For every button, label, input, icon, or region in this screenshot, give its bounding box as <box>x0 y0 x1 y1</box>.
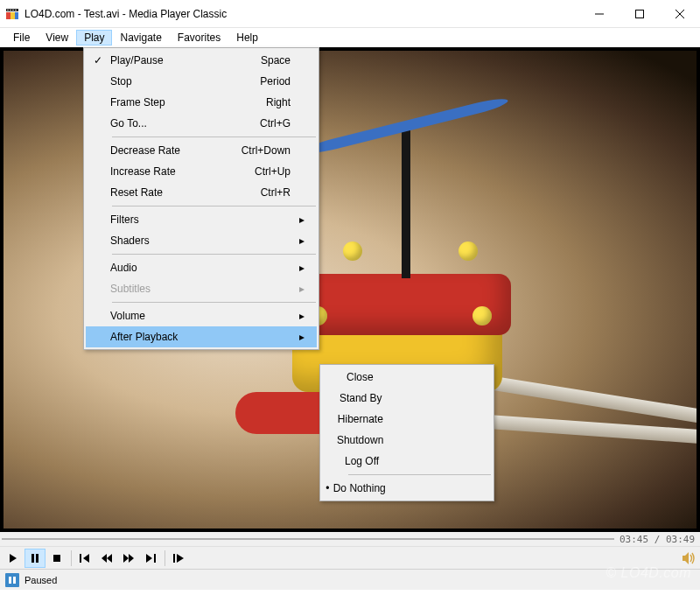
menu-label: Go To... <box>110 117 229 130</box>
pause-button[interactable] <box>24 549 46 568</box>
svg-marker-21 <box>123 554 129 563</box>
menu-label: Shaders <box>110 234 229 247</box>
status-text: Paused <box>24 575 57 585</box>
svg-rect-24 <box>154 554 156 563</box>
menu-play[interactable]: Play <box>76 30 112 46</box>
svg-rect-29 <box>13 577 16 584</box>
play-menu-dropdown: ✓Play/PauseSpaceStopPeriodFrame StepRigh… <box>83 47 319 350</box>
menu-label: Audio <box>110 262 229 274</box>
menu-shortcut: Period <box>229 75 290 88</box>
play-menu-stop[interactable]: StopPeriod <box>86 71 317 92</box>
after-menu-do-nothing[interactable]: •Do Nothing <box>322 478 492 499</box>
svg-point-5 <box>15 9 17 10</box>
menu-separator <box>112 206 316 206</box>
step-button[interactable] <box>168 549 189 568</box>
menu-label: Close <box>346 371 404 383</box>
play-menu-go-to[interactable]: Go To...Ctrl+G <box>86 113 317 134</box>
divider <box>164 550 165 566</box>
menu-favorites[interactable]: Favorites <box>170 30 228 46</box>
check-icon: ✓ <box>86 54 110 66</box>
menu-shortcut: Space <box>229 54 290 66</box>
maximize-button[interactable] <box>620 0 660 28</box>
play-menu-subtitles: Subtitles▸ <box>86 278 317 299</box>
menu-help[interactable]: Help <box>228 30 266 46</box>
svg-rect-7 <box>10 12 15 19</box>
menu-label: Decrease Rate <box>110 144 229 157</box>
menu-label: Filters <box>110 214 229 226</box>
svg-marker-20 <box>107 554 112 563</box>
statusbar: Paused <box>0 569 700 590</box>
svg-marker-23 <box>146 554 152 563</box>
menu-label: Subtitles <box>110 283 229 295</box>
submenu-arrow-icon: ▸ <box>290 234 304 247</box>
svg-point-2 <box>7 9 9 10</box>
seek-row: 03:45 / 03:49 <box>0 532 700 546</box>
video-detail <box>343 242 362 261</box>
svg-marker-18 <box>83 554 89 563</box>
after-menu-close[interactable]: Close <box>322 367 492 388</box>
svg-point-3 <box>10 9 11 10</box>
menu-separator <box>348 474 491 475</box>
forward-button[interactable] <box>118 549 139 568</box>
svg-point-4 <box>12 9 14 10</box>
svg-rect-16 <box>53 555 60 562</box>
play-menu-audio[interactable]: Audio▸ <box>86 257 317 278</box>
menu-shortcut: Ctrl+G <box>229 117 290 130</box>
play-menu-shaders[interactable]: Shaders▸ <box>86 230 317 251</box>
svg-marker-19 <box>102 554 107 563</box>
volume-icon[interactable] <box>682 550 697 566</box>
menu-separator <box>112 136 316 137</box>
after-menu-shutdown[interactable]: Shutdown <box>322 430 492 451</box>
play-menu-frame-step[interactable]: Frame StepRight <box>86 92 317 113</box>
play-button[interactable] <box>3 549 24 568</box>
menu-label: Shutdown <box>337 434 410 446</box>
menu-separator <box>112 254 316 255</box>
menu-label: Stop <box>110 75 229 88</box>
play-menu-volume[interactable]: Volume▸ <box>86 305 317 326</box>
video-detail <box>402 130 410 278</box>
video-detail <box>472 306 492 326</box>
menu-label: Volume <box>110 310 229 322</box>
play-menu-filters[interactable]: Filters▸ <box>86 209 317 230</box>
menu-navigate[interactable]: Navigate <box>112 30 169 46</box>
seek-bar[interactable] <box>2 538 614 540</box>
menu-view[interactable]: View <box>38 30 76 46</box>
svg-rect-28 <box>9 577 11 584</box>
bullet-icon: • <box>322 482 333 494</box>
after-menu-log-off[interactable]: Log Off <box>322 451 492 472</box>
submenu-arrow-icon: ▸ <box>290 214 304 226</box>
menubar: FileViewPlayNavigateFavoritesHelp <box>0 28 700 47</box>
svg-rect-10 <box>636 10 644 18</box>
stop-button[interactable] <box>46 549 67 568</box>
play-menu-play-pause[interactable]: ✓Play/PauseSpace <box>86 50 317 71</box>
app-icon <box>5 7 19 21</box>
close-button[interactable] <box>660 0 700 28</box>
after-menu-stand-by[interactable]: Stand By <box>322 388 492 409</box>
menu-label: Stand By <box>340 392 409 404</box>
menu-label: Hibernate <box>338 413 410 425</box>
menu-shortcut: Ctrl+R <box>229 186 290 199</box>
menu-file[interactable]: File <box>5 30 38 46</box>
play-menu-reset-rate[interactable]: Reset RateCtrl+R <box>86 182 317 203</box>
next-track-button[interactable] <box>140 549 161 568</box>
menu-label: Frame Step <box>110 96 229 108</box>
svg-marker-13 <box>10 554 17 563</box>
play-menu-after-playback[interactable]: After Playback▸ <box>86 326 317 347</box>
menu-label: Increase Rate <box>110 165 229 178</box>
play-menu-increase-rate[interactable]: Increase RateCtrl+Up <box>86 161 317 182</box>
svg-rect-25 <box>173 554 175 563</box>
minimize-button[interactable] <box>579 0 620 28</box>
svg-marker-27 <box>682 552 689 564</box>
submenu-arrow-icon: ▸ <box>290 262 304 274</box>
divider <box>71 550 72 566</box>
after-playback-submenu: CloseStand ByHibernateShutdownLog Off•Do… <box>319 364 494 501</box>
svg-rect-15 <box>36 554 38 563</box>
window-title: LO4D.com - Test.avi - Media Player Class… <box>24 8 579 20</box>
play-menu-decrease-rate[interactable]: Decrease RateCtrl+Down <box>86 140 317 161</box>
submenu-arrow-icon: ▸ <box>290 331 304 343</box>
time-display: 03:45 / 03:49 <box>620 534 695 545</box>
prev-track-button[interactable] <box>74 549 95 568</box>
rewind-button[interactable] <box>96 549 117 568</box>
menu-separator <box>112 302 316 303</box>
after-menu-hibernate[interactable]: Hibernate <box>322 409 492 430</box>
